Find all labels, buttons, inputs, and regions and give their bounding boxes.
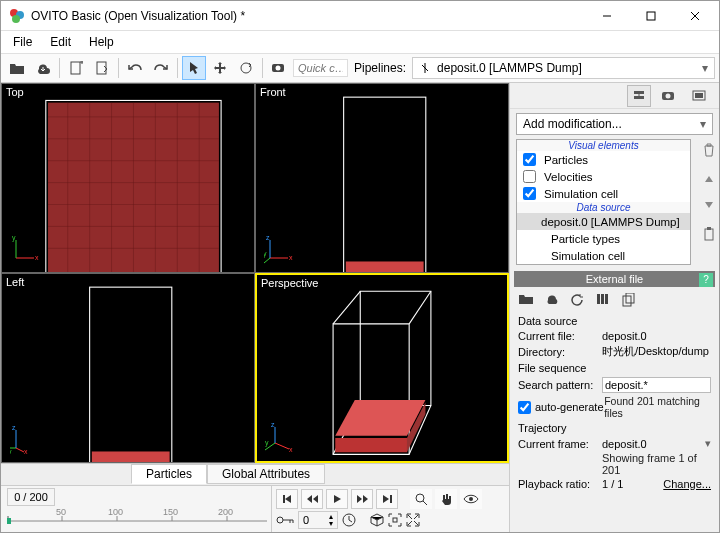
data-tabs: Particles Global Attributes [1,463,509,485]
current-frame-value: deposit.0 [602,438,705,450]
main-area: Top xy Front xzy [1,83,719,533]
search-pattern-input[interactable] [602,377,711,393]
rewind-icon[interactable] [301,489,323,509]
svg-text:x: x [289,446,293,453]
pipeline-tab-icon[interactable] [627,85,651,107]
close-button[interactable] [673,2,717,30]
tree-item-simcell-ds[interactable]: Simulation cell [517,247,690,264]
skip-end-icon[interactable] [376,489,398,509]
skip-start-icon[interactable] [276,489,298,509]
auto-generate-checkbox[interactable] [518,401,531,414]
redo-icon[interactable] [149,56,173,80]
tree-item-datasource[interactable]: deposit.0 [LAMMPS Dump] [517,213,690,230]
svg-text:z: z [271,423,275,428]
axis-gizmo-icon: xy [10,234,40,264]
svg-point-13 [276,66,281,71]
cloud-icon[interactable] [544,293,562,309]
viewport-left[interactable]: Left yzx [1,273,255,463]
help-icon[interactable]: ? [699,273,713,287]
pipeline-axis-icon [419,62,431,74]
tab-global-attributes[interactable]: Global Attributes [207,464,325,484]
render-tab-icon[interactable] [657,85,681,107]
viewport-perspective[interactable]: Perspective xzy [255,273,509,463]
checkbox[interactable] [523,170,536,183]
clock-icon[interactable] [342,513,356,527]
directory-value: 时光机/Desktop/dump [602,344,711,359]
quick-command-input[interactable] [293,59,348,77]
save-file-icon[interactable] [90,56,114,80]
main-toolbar: Pipelines: deposit.0 [LAMMPS Dump] ▾ [1,53,719,83]
maximize-button[interactable] [629,2,673,30]
open-file-icon[interactable] [5,56,29,80]
download-cloud-icon[interactable] [31,56,55,80]
overlay-tab-icon[interactable] [687,85,711,107]
copy-icon[interactable] [622,293,640,309]
fullscreen-icon[interactable] [406,513,420,527]
columns-icon[interactable] [596,293,614,309]
svg-point-2 [12,15,20,23]
viewport-label: Front [260,86,286,98]
svg-rect-99 [605,294,608,304]
fit-view-icon[interactable] [388,513,402,527]
viewport-front[interactable]: Front xzy [255,83,509,273]
chevron-down-icon[interactable]: ▾ [705,437,711,450]
svg-rect-10 [97,62,106,74]
move-tool-icon[interactable] [208,56,232,80]
tab-particles[interactable]: Particles [131,464,207,484]
chevron-down-icon: ▾ [700,117,706,131]
new-file-icon[interactable] [64,56,88,80]
add-modification-dropdown[interactable]: Add modification... ▾ [516,113,713,135]
minimize-button[interactable] [585,2,629,30]
frame-counter: 0 / 200 [7,488,55,506]
svg-rect-95 [705,229,713,240]
svg-text:x: x [24,448,28,454]
select-tool-icon[interactable] [182,56,206,80]
tree-item-particles[interactable]: Particles [517,151,690,168]
viewport-label: Left [6,276,24,288]
svg-text:z: z [266,234,270,241]
view-icon[interactable] [460,489,482,509]
keyframe-input[interactable]: 0▴▾ [298,511,338,529]
menu-help[interactable]: Help [81,33,122,51]
viewport-grid: Top xy Front xzy [1,83,509,463]
checkbox[interactable] [523,187,536,200]
undo-icon[interactable] [123,56,147,80]
move-up-icon[interactable] [704,175,714,183]
current-file-value: deposit.0 [602,330,711,342]
refresh-icon[interactable] [570,293,588,309]
menu-edit[interactable]: Edit [42,33,79,51]
render-icon[interactable] [267,56,291,80]
play-icon[interactable] [326,489,348,509]
menu-file[interactable]: File [5,33,40,51]
pipeline-selector[interactable]: deposit.0 [LAMMPS Dump] ▾ [412,57,715,79]
svg-point-11 [241,63,251,73]
svg-line-50 [16,448,24,452]
rotate-tool-icon[interactable] [234,56,258,80]
menubar: File Edit Help [1,31,719,53]
pan-icon[interactable] [435,489,457,509]
svg-point-92 [666,93,671,98]
tree-item-velocities[interactable]: Velocities [517,168,690,185]
axis-gizmo-icon: xzy [264,234,294,264]
clipboard-icon[interactable] [703,227,715,241]
fast-forward-icon[interactable] [351,489,373,509]
svg-rect-98 [601,294,604,304]
timeline-ruler[interactable]: 50 100 150 200 [7,508,267,528]
svg-line-84 [408,515,412,519]
tree-item-particle-types[interactable]: Particle types [517,230,690,247]
checkbox[interactable] [523,153,536,166]
move-down-icon[interactable] [704,201,714,209]
delete-icon[interactable] [703,143,715,157]
zoom-icon[interactable] [410,489,432,509]
playback-ratio-value: 1 / 1 [602,478,663,490]
svg-rect-94 [695,93,703,98]
svg-text:x: x [35,254,39,261]
open-icon[interactable] [518,293,536,309]
group-file-sequence: File sequence [518,360,711,376]
section-visual-elements: Visual elements [517,140,690,151]
viewport-top[interactable]: Top xy [1,83,255,273]
cube-icon[interactable] [370,513,384,527]
change-button[interactable]: Change... [663,478,711,490]
tree-item-simcell[interactable]: Simulation cell [517,185,690,202]
svg-line-86 [408,521,412,525]
